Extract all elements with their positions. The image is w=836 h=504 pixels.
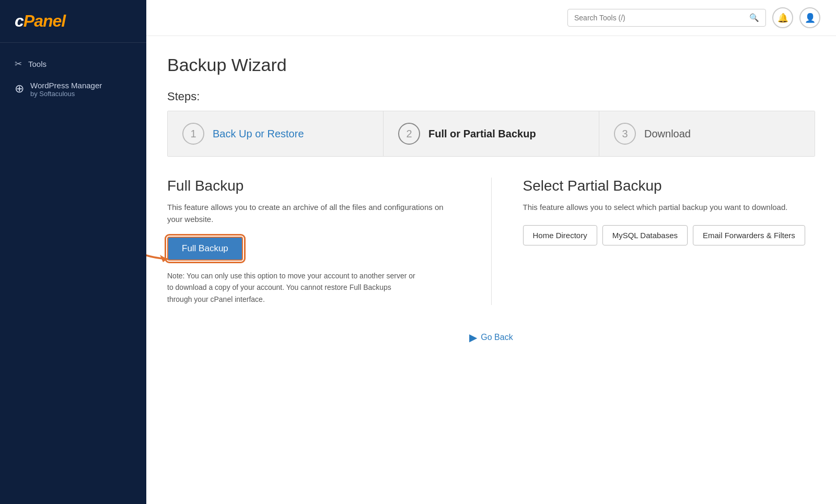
email-forwarders-button[interactable]: Email Forwarders & Filters [693,225,805,245]
wordpress-icon: ⊕ [15,82,24,96]
full-backup-section: Full Backup This feature allows you to c… [167,178,492,305]
user-icon: 👤 [805,13,816,24]
wordpress-label-group: WordPress Manager by Softaculous [30,81,102,98]
sidebar: cPanel ✂ Tools ⊕ WordPress Manager by So… [0,0,146,504]
search-input[interactable] [574,14,745,22]
notification-button[interactable]: 🔔 [772,7,793,28]
full-backup-description: This feature allows you to create an arc… [167,202,460,225]
search-icon: 🔍 [749,13,759,22]
step-2-label: Full or Partial Backup [428,128,536,140]
wordpress-manager-label: WordPress Manager [30,81,102,90]
steps-label: Steps: [167,90,815,103]
go-back-link[interactable]: ▶ Go Back [469,331,513,344]
tools-icon: ✂ [15,58,22,69]
step-2[interactable]: 2 Full or Partial Backup [384,111,599,156]
full-backup-title: Full Backup [167,178,460,194]
full-backup-button[interactable]: Full Backup [167,237,243,261]
full-backup-note: Note: You can only use this option to mo… [167,270,418,305]
header: 🔍 🔔 👤 [146,0,836,36]
steps-bar: 1 Back Up or Restore 2 Full or Partial B… [167,111,815,157]
main-content: 🔍 🔔 👤 Backup Wizard Steps: 1 Back Up or … [146,0,836,504]
mysql-databases-button[interactable]: MySQL Databases [602,225,688,245]
step-3-number: 3 [614,123,636,145]
sidebar-item-tools-label: Tools [28,60,47,68]
user-button[interactable]: 👤 [799,7,820,28]
two-col-layout: Full Backup This feature allows you to c… [167,178,815,305]
sidebar-logo: cPanel [0,0,146,43]
notification-icon: 🔔 [777,13,788,24]
sidebar-item-wordpress[interactable]: ⊕ WordPress Manager by Softaculous [0,76,146,103]
search-bar[interactable]: 🔍 [567,9,766,27]
partial-backup-buttons: Home Directory MySQL Databases Email For… [523,225,816,245]
step-3[interactable]: 3 Download [599,111,815,156]
step-1-label: Back Up or Restore [213,128,304,140]
step-2-number: 2 [398,123,420,145]
wordpress-sublabel: by Softaculous [30,90,102,98]
page-title: Backup Wizard [167,55,815,75]
home-directory-button[interactable]: Home Directory [523,225,597,245]
sidebar-item-tools[interactable]: ✂ Tools [0,52,146,76]
step-3-label: Download [644,128,691,140]
step-1[interactable]: 1 Back Up or Restore [168,111,384,156]
sidebar-nav: ✂ Tools ⊕ WordPress Manager by Softaculo… [0,43,146,112]
page-content: Backup Wizard Steps: 1 Back Up or Restor… [146,36,836,504]
step-1-number: 1 [182,123,204,145]
go-back-icon: ▶ [469,331,477,344]
go-back-label: Go Back [481,333,513,342]
go-back-row: ▶ Go Back [167,331,815,344]
partial-backup-title: Select Partial Backup [523,178,816,194]
svg-marker-0 [160,255,167,262]
partial-backup-section: Select Partial Backup This feature allow… [492,178,816,305]
partial-backup-description: This feature allows you to select which … [523,202,816,214]
